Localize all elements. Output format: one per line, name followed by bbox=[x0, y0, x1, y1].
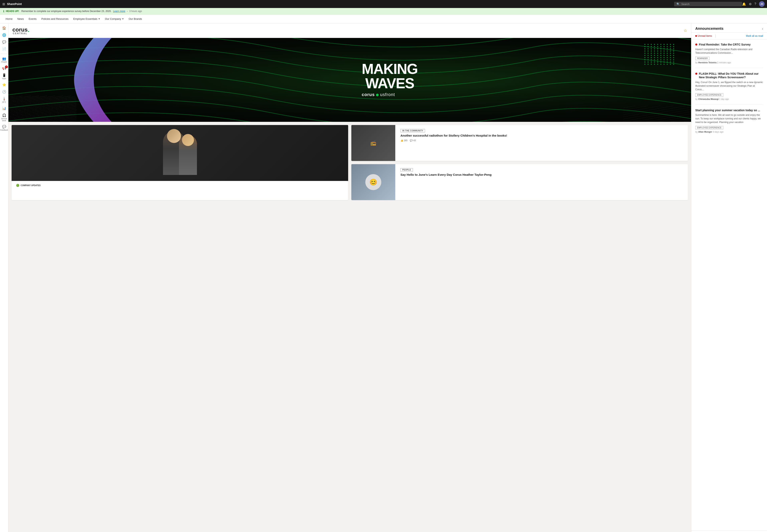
ann-header-3: Start planning your summer vacation toda… bbox=[695, 108, 763, 112]
nav-home[interactable]: Home bbox=[3, 15, 15, 23]
unread-dot bbox=[695, 35, 697, 37]
ann-title-1[interactable]: Final Reminder: Take the CRTC Survey bbox=[699, 43, 751, 46]
announcement-item-3: Start planning your summer vacation toda… bbox=[695, 108, 763, 137]
nav-our-brands[interactable]: Our Brands bbox=[126, 15, 144, 23]
notification-icon[interactable]: 🔔 bbox=[742, 2, 746, 6]
nav-our-company[interactable]: Our Company ▼ bbox=[102, 15, 126, 23]
ann-tag-1: REMINDER bbox=[695, 57, 709, 60]
ann-time-2: 1 day ago bbox=[719, 98, 729, 100]
alert-text: Remember to complete our employee experi… bbox=[21, 10, 111, 13]
radiothon-title: Another successful radiothon for Stoller… bbox=[398, 132, 685, 138]
alert-label: HEADS UP! bbox=[6, 10, 19, 13]
apps-icon: 📱 bbox=[2, 73, 6, 77]
rail-divider-1 bbox=[1, 54, 7, 54]
sidebar-item-weather[interactable]: 🌡️ 29°C bbox=[0, 96, 8, 104]
nav-events[interactable]: Events bbox=[26, 15, 39, 23]
avatar[interactable]: JD bbox=[759, 1, 765, 7]
ann-body-3: Summertime is here. We all want to go ou… bbox=[695, 113, 763, 124]
alert-link[interactable]: Learn more bbox=[113, 10, 125, 13]
ann-author-1: Herminio Teixeira bbox=[698, 61, 717, 64]
ann-meta-2: by Chinweuba Mwangi 1 day ago bbox=[695, 98, 763, 100]
logo-dot: . bbox=[28, 27, 29, 33]
service-desk-label: Service Desk bbox=[1, 118, 7, 122]
people-body: PEOPLE Say Hello to June's Learn Every D… bbox=[395, 164, 688, 200]
alert-time: 3 hours ago bbox=[129, 10, 142, 13]
favorite-icon[interactable]: ☆ bbox=[684, 28, 687, 33]
logo-bar: corus. CENTRAL ☆ bbox=[8, 23, 691, 38]
card-radiothon: 📻 IN THE COMMUNITY Another successful ra… bbox=[351, 125, 688, 161]
panel-tabs: Unread items | Mark all as read bbox=[691, 33, 767, 40]
company-updates-badge: 🟢 COMPANY UPDATES bbox=[14, 183, 43, 188]
left-rail: 🏠 🌐 💬 📄 👥 People 📢 2 📱 Apps ⭐ 🕐 bbox=[0, 23, 8, 532]
metrics-icon: 📊 bbox=[2, 106, 6, 110]
weather-label: 29°C bbox=[2, 101, 6, 103]
apps-label: Apps bbox=[2, 78, 6, 80]
hero-dot-pattern: // Generate dots inline via JS after ren… bbox=[644, 44, 675, 65]
hero-subtitle-corus: corus bbox=[362, 92, 375, 97]
sidebar-item-apps[interactable]: 📱 Apps bbox=[0, 72, 8, 81]
grid-icon[interactable]: ⊞ bbox=[2, 2, 5, 6]
rail-item-home[interactable]: 🏠 bbox=[0, 25, 8, 31]
mark-all-read-button[interactable]: Mark all as read bbox=[746, 35, 763, 37]
card-people: 😊 PEOPLE Say Hello to June's Learn Every… bbox=[351, 164, 688, 200]
rail-item-activity[interactable]: 💬 bbox=[0, 39, 8, 45]
nav-employee-essentials[interactable]: Employee Essentials ▼ bbox=[71, 15, 103, 23]
company-updates-image bbox=[12, 125, 348, 181]
radiothon-image: 📻 bbox=[351, 125, 395, 161]
announcements-badge: 2 bbox=[5, 66, 8, 68]
sidebar-item-service-desk[interactable]: 🎧 Service Desk bbox=[0, 112, 8, 123]
activity-icon: 💬 bbox=[2, 40, 6, 44]
search-icon: 🔍 bbox=[677, 3, 680, 6]
announcement-item: Final Reminder: Take the CRTC Survey Hav… bbox=[695, 43, 763, 68]
ann-body-2: Hey, Corus! On June 1, we flipped the sw… bbox=[695, 80, 763, 91]
ann-title-3[interactable]: Start planning your summer vacation toda… bbox=[695, 108, 760, 112]
ann-title-2[interactable]: FLASH POLL: What Do YOU Think About our … bbox=[699, 72, 763, 79]
alert-dash: - bbox=[127, 10, 128, 13]
sidebar-item-feedback[interactable]: 💬 Feedback bbox=[0, 124, 8, 132]
rail-item-pages[interactable]: 📄 bbox=[0, 46, 8, 52]
unread-indicator-1 bbox=[695, 44, 697, 46]
nav-news[interactable]: News bbox=[15, 15, 26, 23]
panel-close-button[interactable]: › bbox=[762, 27, 763, 31]
card-company-updates: 🟢 COMPANY UPDATES bbox=[12, 125, 348, 200]
sidebar-item-metrics[interactable]: 📊 bbox=[0, 105, 8, 111]
ann-author-2: Chinweuba Mwangi bbox=[698, 98, 719, 100]
rail-item-global[interactable]: 🌐 bbox=[0, 32, 8, 38]
settings-icon[interactable]: ⚙ bbox=[749, 2, 752, 6]
hero-text: MAKING WAVES corus ● usfront bbox=[362, 62, 418, 98]
ann-tag-3: EMPLOYEE EXPERIENCE bbox=[695, 126, 723, 129]
cu-badge-label: COMPANY UPDATES bbox=[21, 184, 41, 187]
unread-label: Unread items bbox=[698, 35, 712, 37]
radiothon-meta: 👍 265 💬 43 bbox=[398, 138, 685, 143]
app-name: SharePoint bbox=[7, 2, 674, 6]
unread-indicator-2 bbox=[695, 73, 697, 75]
people-image: 😊 bbox=[351, 164, 395, 200]
ann-author-3: Allan Munger bbox=[698, 131, 712, 133]
sidebar-item-quick-links[interactable]: ⭐ bbox=[0, 82, 8, 88]
nav-policies[interactable]: Policies and Resources bbox=[39, 15, 71, 23]
content-area: corus. CENTRAL ☆ bbox=[8, 23, 691, 532]
panel-title: Announcements bbox=[695, 27, 723, 31]
feedback-label: Feedback bbox=[0, 129, 8, 131]
main-layout: 🏠 🌐 💬 📄 👥 People 📢 2 📱 Apps ⭐ 🕐 bbox=[0, 23, 767, 532]
sidebar-item-announcements[interactable]: 📢 2 bbox=[0, 65, 8, 71]
unread-tab[interactable]: Unread items bbox=[695, 35, 712, 37]
sidebar-item-people[interactable]: 👥 People bbox=[0, 56, 8, 64]
global-icon: 🌐 bbox=[2, 33, 6, 37]
announcements-panel: Announcements › Unread items | Mark all … bbox=[691, 23, 767, 532]
hero-title-line1: MAKING WAVES bbox=[362, 62, 418, 90]
announcement-item-2: FLASH POLL: What Do YOU Think About our … bbox=[695, 72, 763, 104]
ann-tag-2: EMPLOYEE EXPERIENCE bbox=[695, 93, 723, 97]
arrow-icon: 🟢 bbox=[16, 184, 19, 187]
people-label: People bbox=[1, 61, 7, 63]
sidebar-item-time-zones[interactable]: 🕐 bbox=[0, 89, 8, 95]
hero-subtitle: corus ● usfront bbox=[362, 91, 418, 98]
hero-subtitle-dot: ● bbox=[376, 91, 379, 98]
ann-meta-1: by Herminio Teixeira 2 minutes ago bbox=[695, 61, 763, 64]
search-input[interactable] bbox=[681, 3, 740, 6]
panel-header: Announcements › bbox=[691, 23, 767, 33]
service-desk-icon: 🎧 bbox=[2, 113, 6, 117]
panel-footer: 🔍 See all bbox=[691, 530, 767, 532]
likes-count: 👍 265 bbox=[400, 139, 407, 142]
help-icon[interactable]: ? bbox=[754, 2, 756, 6]
